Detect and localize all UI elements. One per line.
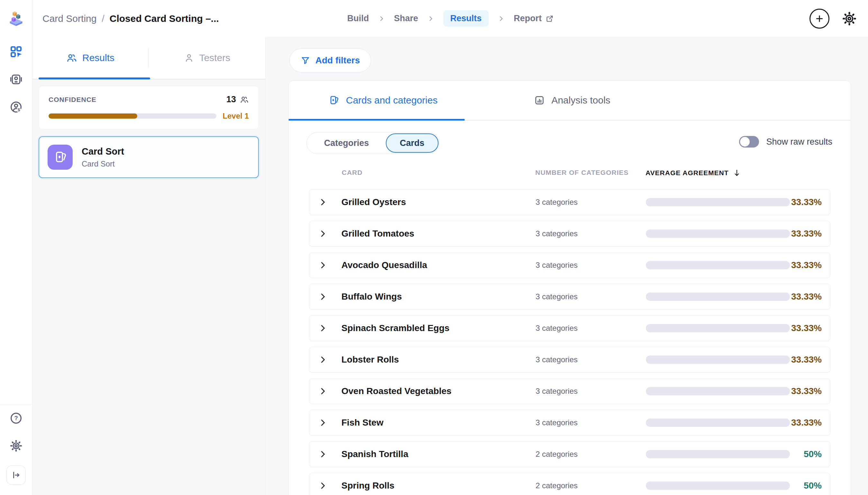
expand-chevron-icon[interactable] (318, 229, 327, 238)
table-row[interactable]: Grilled Oysters 3 categories 33.33% (309, 189, 830, 215)
column-header-categories: NUMBER OF CATEGORIES (535, 169, 629, 176)
panel-recruit-icon[interactable]: $ (9, 100, 23, 114)
add-filters-button[interactable]: Add filters (289, 49, 371, 72)
card-name: Avocado Quesadilla (341, 260, 427, 270)
nav-build[interactable]: Build (347, 14, 369, 23)
confidence-label: CONFIDENCE (49, 96, 97, 103)
category-count: 3 categories (535, 324, 578, 333)
app-logo[interactable] (8, 10, 24, 27)
chevron-right-icon (427, 15, 434, 22)
expand-chevron-icon[interactable] (318, 355, 327, 364)
active-tab-underline (289, 119, 464, 121)
card-name: Spring Rolls (341, 480, 394, 491)
category-count: 3 categories (535, 355, 578, 364)
card-name: Grilled Tomatoes (341, 228, 414, 239)
cubes-logo-icon (8, 10, 24, 27)
sidebar-body: CONFIDENCE 13 (32, 80, 265, 495)
logout-button[interactable] (6, 465, 26, 485)
expand-chevron-icon[interactable] (318, 418, 327, 427)
expand-chevron-icon[interactable] (318, 324, 327, 333)
agreement-percentage: 50% (804, 449, 822, 459)
breadcrumb: Card Sorting / Closed Card Sorting –... (42, 13, 219, 24)
category-count: 3 categories (535, 261, 578, 270)
category-count: 3 categories (535, 418, 578, 427)
results-tabs: Cards and categories Analysis tools (289, 81, 851, 121)
toggle-switch-off[interactable] (739, 136, 759, 148)
svg-text:?: ? (14, 415, 18, 421)
expand-chevron-icon[interactable] (318, 387, 327, 396)
tab-cards-and-categories[interactable]: Cards and categories (328, 95, 438, 106)
card-rows-list: Grilled Oysters 3 categories 33.33% Gril… (289, 189, 851, 495)
breadcrumb-parent[interactable]: Card Sorting (42, 13, 97, 24)
create-new-button[interactable] (810, 9, 830, 29)
projects-grid-icon[interactable] (9, 45, 23, 58)
column-header-agreement-sort[interactable]: AVERAGE AGREEMENT (646, 169, 741, 177)
category-count: 3 categories (535, 387, 578, 396)
tab-results[interactable]: Results (32, 37, 149, 79)
people-icon (240, 95, 249, 104)
expand-chevron-icon[interactable] (318, 198, 327, 207)
card-sort-test-item[interactable]: Card Sort Card Sort (38, 136, 259, 178)
table-row[interactable]: Avocado Quesadilla 3 categories 33.33% (309, 252, 830, 278)
confidence-progress-fill (49, 114, 137, 119)
table-row[interactable]: Lobster Rolls 3 categories 33.33% (309, 347, 830, 373)
tester-count: 13 (226, 95, 249, 104)
table-row[interactable]: Spinach Scrambled Eggs 3 categories 33.3… (309, 315, 830, 341)
show-raw-results-toggle[interactable]: Show raw results (739, 136, 832, 148)
table-row[interactable]: Spanish Tortilla 2 categories 50% (309, 441, 830, 467)
card-sort-text: Card Sort Card Sort (82, 146, 124, 168)
agreement-bar-track (646, 324, 790, 332)
category-count: 3 categories (535, 292, 578, 301)
column-header-card: CARD (342, 169, 363, 176)
tab-cards-and-categories-label: Cards and categories (346, 95, 438, 106)
chevron-right-icon (498, 15, 505, 22)
segment-categories[interactable]: Categories (307, 138, 386, 148)
table-controls: Categories Cards Show raw results (289, 132, 851, 163)
nav-report[interactable]: Report (514, 14, 554, 23)
agreement-percentage: 33.33% (791, 386, 822, 396)
settings-gear-icon[interactable] (9, 439, 23, 453)
top-bar: Card Sorting / Closed Card Sorting –... … (32, 0, 868, 37)
contacts-card-icon[interactable] (9, 73, 23, 86)
people-icon (66, 52, 77, 63)
chevron-right-icon (378, 15, 385, 22)
table-row[interactable]: Spring Rolls 2 categories 50% (309, 473, 830, 495)
segment-cards[interactable]: Cards (386, 133, 439, 153)
agreement-percentage: 33.33% (791, 355, 822, 365)
expand-chevron-icon[interactable] (318, 450, 327, 459)
help-icon[interactable]: ? (9, 411, 23, 425)
agreement-percentage: 50% (804, 480, 822, 491)
agreement-bar-track (646, 229, 790, 238)
expand-chevron-icon[interactable] (318, 292, 327, 301)
rail-bottom: ? (0, 404, 32, 495)
test-item-subtitle: Card Sort (82, 159, 124, 168)
confidence-card: CONFIDENCE 13 (38, 86, 259, 129)
card-name: Grilled Oysters (341, 197, 406, 207)
nav-results[interactable]: Results (443, 10, 489, 27)
expand-chevron-icon[interactable] (318, 481, 327, 490)
expand-chevron-icon[interactable] (318, 261, 327, 270)
toggle-knob (740, 137, 750, 147)
cards-icon (53, 150, 68, 165)
table-row[interactable]: Oven Roasted Vegetables 3 categories 33.… (309, 378, 830, 404)
page-title: Closed Card Sorting –... (109, 13, 219, 24)
agreement-bar-track (646, 481, 790, 490)
topbar-actions (810, 9, 856, 29)
card-sort-tile (48, 144, 73, 170)
table-row[interactable]: Buffalo Wings 3 categories 33.33% (309, 284, 830, 309)
tab-analysis-tools[interactable]: Analysis tools (534, 95, 610, 106)
category-count: 3 categories (535, 229, 578, 238)
card-name: Spinach Scrambled Eggs (341, 323, 449, 333)
tab-testers-label: Testers (199, 52, 231, 63)
agreement-bar-track (646, 387, 790, 395)
agreement-percentage: 33.33% (791, 228, 822, 239)
results-card: Cards and categories Analysis tools Cate… (288, 80, 851, 495)
nav-share[interactable]: Share (394, 14, 418, 23)
card-name: Lobster Rolls (341, 355, 399, 365)
table-row[interactable]: Fish Stew 3 categories 33.33% (309, 410, 830, 436)
rail-divider (0, 404, 32, 404)
column-header-agreement-label: AVERAGE AGREEMENT (646, 169, 729, 177)
account-settings-icon[interactable] (842, 12, 856, 26)
tab-testers[interactable]: Testers (149, 37, 265, 79)
table-row[interactable]: Grilled Tomatoes 3 categories 33.33% (309, 221, 830, 246)
